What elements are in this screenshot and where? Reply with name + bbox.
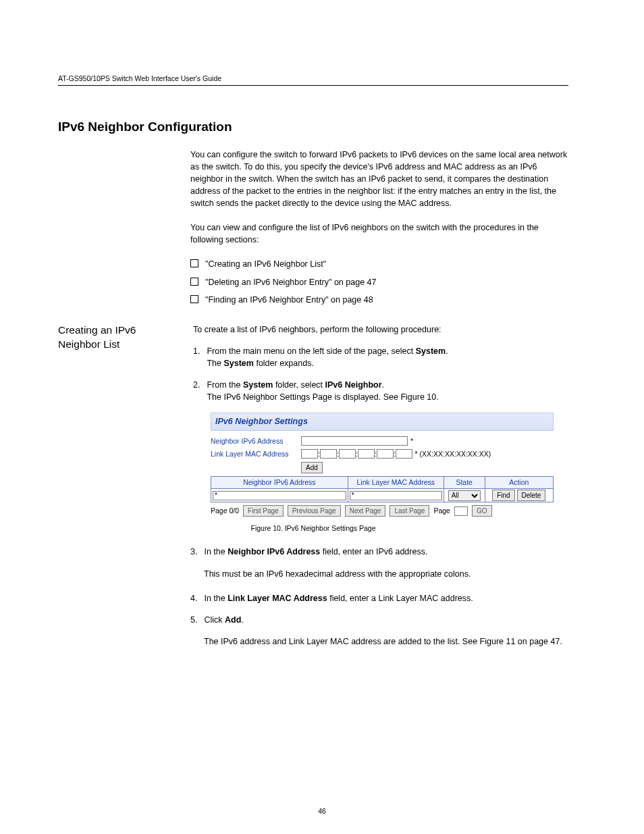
step-number: 1. [193, 345, 200, 369]
step-number: 2. [193, 379, 200, 403]
step-5-note: The IPv6 address and Link Layer MAC addr… [204, 635, 568, 648]
mac-format-hint: * (XX:XX:XX:XX:XX:XX) [415, 449, 491, 459]
step-text: In the Link Layer MAC Address field, ent… [204, 592, 473, 604]
list-item: "Finding an IPv6 Neighbor Entry" on page… [190, 294, 568, 306]
neighbor-ipv6-row: Neighbor IPv6 Address * [211, 436, 554, 446]
neighbor-ipv6-label: Neighbor IPv6 Address [211, 436, 301, 446]
step-number: 3. [190, 546, 197, 558]
intro-paragraph-2: You can view and configure the list of I… [190, 221, 568, 246]
bullet-icon [190, 295, 198, 303]
bullet-icon [190, 278, 198, 286]
page-header: AT-GS950/10PS Switch Web Interface User'… [58, 74, 568, 86]
header-rule [58, 85, 568, 86]
col-neighbor-ipv6: Neighbor IPv6 Address [211, 476, 348, 488]
step-text: From the System folder, select IPv6 Neig… [207, 380, 438, 402]
mac-octet-4[interactable] [358, 449, 375, 459]
next-page-button[interactable]: Next Page [345, 505, 386, 517]
steps-intro: To create a list of IPv6 neighbors, perf… [193, 323, 568, 336]
section-body: To create a list of IPv6 neighbors, perf… [193, 323, 568, 413]
step-5: 5. Click Add. [190, 614, 568, 626]
col-link-layer-mac: Link Layer MAC Address [348, 476, 444, 488]
step-text: From the main menu on the left side of t… [207, 346, 448, 368]
step-3: 3. In the Neighbor IPv6 Address field, e… [190, 546, 568, 558]
link-layer-mac-label: Link Layer MAC Address [211, 449, 301, 459]
last-page-button[interactable]: Last Page [390, 505, 429, 517]
add-button[interactable]: Add [301, 462, 323, 473]
state-select[interactable]: All [448, 490, 481, 501]
find-button[interactable]: Find [492, 490, 514, 501]
mac-octet-3[interactable] [339, 449, 356, 459]
col-action: Action [485, 476, 553, 488]
ipv6-neighbor-settings-screenshot: IPv6 Neighbor Settings Neighbor IPv6 Add… [211, 413, 554, 519]
figure-caption: Figure 10. IPv6 Neighbor Settings Page [58, 523, 568, 533]
toc-entry: "Creating an IPv6 Neighbor List" [205, 258, 326, 270]
subsection-title: Creating an IPv6 Neighbor List [58, 323, 173, 413]
header-guide-title: AT-GS950/10PS Switch Web Interface User'… [58, 74, 221, 82]
page-counter: Page 0/0 [211, 506, 239, 516]
mac-octet-6[interactable] [396, 449, 412, 459]
step-2: 2. From the System folder, select IPv6 N… [193, 379, 568, 403]
list-item: "Deleting an IPv6 Neighbor Entry" on pag… [190, 276, 568, 288]
step-number: 5. [190, 614, 197, 626]
neighbor-ipv6-input[interactable] [301, 436, 408, 446]
col-state: State [444, 476, 485, 488]
delete-button[interactable]: Delete [517, 490, 546, 501]
mac-octet-1[interactable] [301, 449, 318, 459]
mac-octet-2[interactable] [320, 449, 337, 459]
filter-mac-input[interactable] [350, 491, 442, 500]
page-number-input[interactable] [454, 506, 468, 516]
go-button[interactable]: GO [472, 505, 492, 517]
page-number: 46 [0, 807, 644, 815]
page-title: IPv6 Neighbor Configuration [58, 118, 568, 136]
page-body: IPv6 Neighbor Configuration You can conf… [58, 115, 568, 660]
page-word: Page [433, 506, 450, 516]
intro-paragraph: You can configure the switch to forward … [190, 149, 568, 210]
required-star: * [410, 436, 413, 446]
toc-entry: "Finding an IPv6 Neighbor Entry" on page… [205, 294, 373, 306]
step-text: In the Neighbor IPv6 Address field, ente… [204, 546, 427, 558]
panel-title: IPv6 Neighbor Settings [211, 413, 554, 430]
previous-page-button[interactable]: Previous Page [288, 505, 341, 517]
mac-octet-5[interactable] [377, 449, 394, 459]
bullet-icon [190, 259, 198, 267]
step-text: Click Add. [204, 614, 243, 626]
link-layer-mac-row: Link Layer MAC Address : : : : : * (XX:X… [211, 449, 554, 459]
step-1: 1. From the main menu on the left side o… [193, 345, 568, 369]
step-number: 4. [190, 592, 197, 604]
pagination-row: Page 0/0 First Page Previous Page Next P… [211, 505, 554, 517]
neighbor-table: Neighbor IPv6 Address Link Layer MAC Add… [211, 476, 554, 502]
list-item: "Creating an IPv6 Neighbor List" [190, 258, 568, 270]
first-page-button[interactable]: First Page [243, 505, 284, 517]
step-3-note: This must be an IPv6 hexadecimal address… [204, 568, 568, 580]
step-4: 4. In the Link Layer MAC Address field, … [190, 592, 568, 604]
toc-entry: "Deleting an IPv6 Neighbor Entry" on pag… [205, 276, 376, 288]
filter-ipv6-input[interactable] [213, 491, 346, 500]
toc-list: "Creating an IPv6 Neighbor List" "Deleti… [190, 258, 568, 305]
